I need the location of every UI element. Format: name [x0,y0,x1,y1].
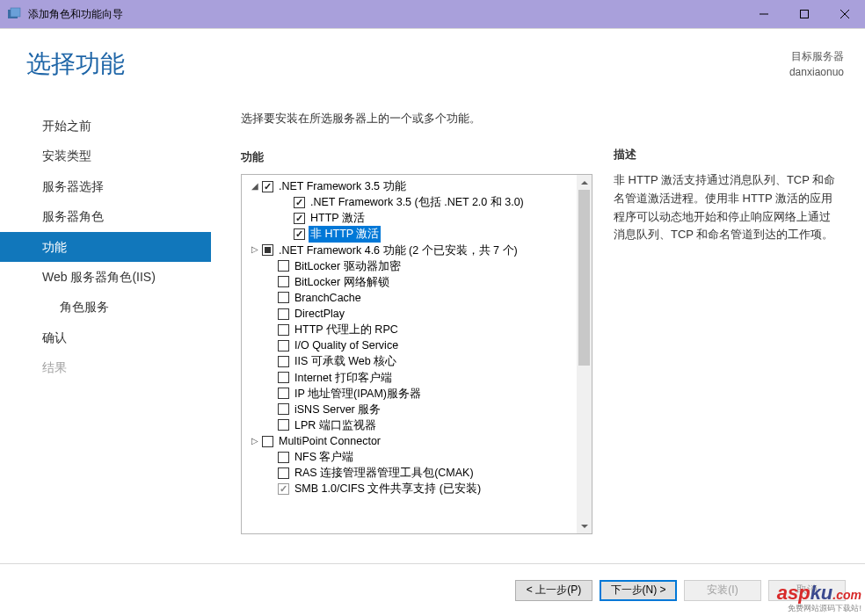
sidebar-step[interactable]: Web 服务器角色(IIS) [0,262,211,292]
footer: < 上一步(P) 下一步(N) > 安装(I) 取消 [0,563,865,616]
feature-item[interactable]: iSNS Server 服务 [244,402,575,417]
feature-checkbox[interactable] [278,324,289,336]
titlebar: 添加角色和功能向导 [0,0,865,28]
feature-item[interactable]: .NET Framework 3.5 (包括 .NET 2.0 和 3.0) [244,194,575,210]
feature-label[interactable]: BitLocker 网络解锁 [293,274,391,290]
feature-label[interactable]: I/O Quality of Service [293,337,400,353]
feature-label[interactable]: SMB 1.0/CIFS 文件共享支持 (已安装) [293,481,483,496]
sidebar-step[interactable]: 角色服务 [0,292,211,322]
features-column: 选择要安装在所选服务器上的一个或多个功能。 功能 ◢.NET Framework… [241,111,592,534]
feature-item[interactable]: 非 HTTP 激活 [244,226,575,242]
features-tree[interactable]: ◢.NET Framework 3.5 功能.NET Framework 3.5… [242,175,577,533]
previous-button[interactable]: < 上一步(P) [515,580,592,601]
scroll-thumb[interactable] [578,190,590,366]
description-column: . 描述 非 HTTP 激活支持通过消息队列、TCP 和命名管道激活进程。使用非… [614,111,844,534]
feature-checkbox[interactable] [278,276,289,287]
window-title: 添加角色和功能向导 [28,7,744,22]
collapse-icon[interactable]: ◢ [249,180,261,193]
sidebar-step[interactable]: 安装类型 [0,141,211,170]
feature-checkbox[interactable] [278,467,289,479]
minimize-button[interactable] [744,0,784,28]
feature-label[interactable]: 非 HTTP 激活 [309,226,381,242]
feature-item[interactable]: IIS 可承载 Web 核心 [244,353,575,369]
feature-checkbox[interactable] [262,181,273,192]
feature-checkbox[interactable] [278,340,289,351]
feature-item[interactable]: DirectPlay [244,306,575,322]
sidebar-step[interactable]: 服务器选择 [0,171,211,201]
svg-marker-6 [581,181,588,185]
feature-checkbox[interactable] [278,260,289,272]
feature-label[interactable]: HTTP 激活 [309,210,367,226]
feature-item[interactable]: RAS 连接管理器管理工具包(CMAK) [244,465,575,481]
feature-label[interactable]: iSNS Server 服务 [293,402,382,417]
feature-item[interactable]: LPR 端口监视器 [244,417,575,433]
feature-item[interactable]: SMB 1.0/CIFS 文件共享支持 (已安装) [244,481,575,496]
target-name: danxiaonuo [789,64,844,80]
description-label: 描述 [614,147,839,163]
sidebar-step[interactable]: 开始之前 [0,111,211,141]
feature-checkbox[interactable] [278,419,289,431]
feature-item[interactable]: BitLocker 驱动器加密 [244,258,575,274]
app-icon [7,7,21,21]
feature-label[interactable]: LPR 端口监视器 [293,417,378,433]
feature-checkbox[interactable] [278,483,289,495]
feature-checkbox[interactable] [278,292,289,303]
feature-item[interactable]: BitLocker 网络解锁 [244,274,575,290]
main-panel: 选择要安装在所选服务器上的一个或多个功能。 功能 ◢.NET Framework… [211,98,844,534]
feature-checkbox[interactable] [278,403,289,415]
scroll-down-button[interactable] [577,518,592,533]
feature-checkbox[interactable] [294,197,305,208]
feature-item[interactable]: ▷.NET Framework 4.6 功能 (2 个已安装，共 7 个) [244,243,575,258]
feature-item[interactable]: BranchCache [244,290,575,306]
feature-item[interactable]: IP 地址管理(IPAM)服务器 [244,386,575,402]
feature-label[interactable]: RAS 连接管理器管理工具包(CMAK) [293,465,476,481]
feature-label[interactable]: DirectPlay [293,306,346,322]
feature-item[interactable]: ▷MultiPoint Connector [244,433,575,449]
feature-item[interactable]: ◢.NET Framework 3.5 功能 [244,178,575,194]
feature-checkbox[interactable] [278,372,289,383]
feature-label[interactable]: .NET Framework 4.6 功能 (2 个已安装，共 7 个) [277,243,520,258]
cancel-button: 取消 [768,580,846,601]
features-tree-container: ◢.NET Framework 3.5 功能.NET Framework 3.5… [241,174,592,534]
feature-item[interactable]: Internet 打印客户端 [244,370,575,386]
feature-checkbox[interactable] [262,436,273,447]
feature-label[interactable]: HTTP 代理上的 RPC [293,322,400,337]
feature-item[interactable]: HTTP 激活 [244,210,575,226]
next-button[interactable]: 下一步(N) > [600,580,677,601]
feature-label[interactable]: BranchCache [293,290,363,306]
content: 开始之前安装类型服务器选择服务器角色功能Web 服务器角色(IIS)角色服务确认… [0,98,865,534]
feature-label[interactable]: .NET Framework 3.5 功能 [277,178,408,194]
scroll-up-button[interactable] [577,175,592,190]
sidebar-step[interactable]: 功能 [0,232,211,262]
feature-label[interactable]: NFS 客户端 [293,449,355,465]
feature-label[interactable]: IIS 可承载 Web 核心 [293,353,398,369]
sidebar-step[interactable]: 服务器角色 [0,201,211,231]
feature-checkbox[interactable] [278,308,289,320]
feature-checkbox[interactable] [294,213,305,224]
expand-icon[interactable]: ▷ [249,435,261,448]
page-title: 选择功能 [26,47,789,81]
feature-label[interactable]: Internet 打印客户端 [293,370,394,386]
feature-checkbox[interactable] [262,244,273,256]
feature-item[interactable]: HTTP 代理上的 RPC [244,322,575,337]
feature-checkbox[interactable] [294,228,305,240]
feature-checkbox[interactable] [278,388,289,399]
feature-label[interactable]: BitLocker 驱动器加密 [293,258,403,274]
close-button[interactable] [825,0,865,28]
feature-checkbox[interactable] [278,356,289,367]
feature-label[interactable]: .NET Framework 3.5 (包括 .NET 2.0 和 3.0) [309,194,526,210]
header: 选择功能 目标服务器 danxiaonuo [0,28,865,98]
feature-label[interactable]: IP 地址管理(IPAM)服务器 [293,386,423,402]
scroll-track[interactable] [577,190,592,518]
svg-marker-7 [581,525,588,528]
feature-label[interactable]: MultiPoint Connector [277,433,382,449]
scrollbar[interactable] [577,175,592,533]
sidebar-step: 结果 [0,352,211,382]
maximize-button[interactable] [784,0,825,28]
feature-item[interactable]: I/O Quality of Service [244,337,575,353]
description-text: 非 HTTP 激活支持通过消息队列、TCP 和命名管道激活进程。使用非 HTTP… [614,171,839,244]
feature-item[interactable]: NFS 客户端 [244,449,575,465]
sidebar-step[interactable]: 确认 [0,322,211,352]
expand-icon[interactable]: ▷ [249,243,261,257]
feature-checkbox[interactable] [278,452,289,463]
